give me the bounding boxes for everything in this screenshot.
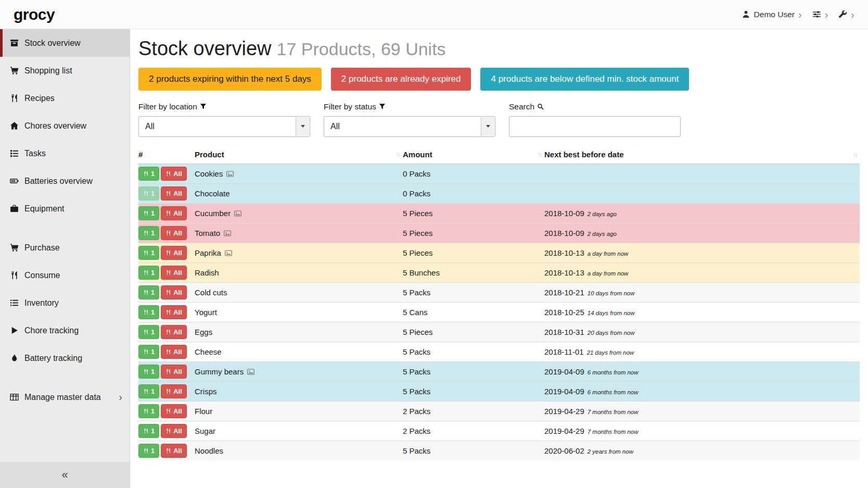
search-input[interactable] bbox=[509, 116, 681, 137]
app-logo[interactable]: grocy bbox=[14, 6, 55, 23]
sidebar-item-label: Stock overview bbox=[24, 39, 81, 48]
consume-one-button[interactable]: 1 bbox=[138, 325, 159, 339]
consume-one-button[interactable]: 1 bbox=[138, 246, 159, 260]
sidebar-item-tasks[interactable]: Tasks › bbox=[0, 140, 130, 167]
expired-alert-button[interactable]: 2 products are already expired bbox=[331, 68, 471, 91]
consume-one-button[interactable]: 1 bbox=[138, 365, 159, 379]
utensils-icon bbox=[143, 428, 149, 434]
sidebar-item-consume[interactable]: Consume › bbox=[0, 261, 130, 289]
consume-one-button[interactable]: 1 bbox=[138, 384, 159, 398]
stock-row: 1 All Gummy bears 5 Packs 2019-04-096 mo… bbox=[138, 361, 860, 381]
sidebar-item-shopping-list[interactable]: Shopping list › bbox=[0, 57, 130, 84]
utensils-icon bbox=[143, 329, 149, 335]
consume-one-button[interactable]: 1 bbox=[138, 345, 159, 359]
admin-menu[interactable]: › bbox=[838, 9, 854, 20]
sidebar-item-recipes[interactable]: Recipes › bbox=[0, 84, 130, 112]
best-before-date: 2018-10-13 bbox=[544, 268, 584, 277]
product-image-icon[interactable] bbox=[226, 170, 234, 178]
min-stock-alert-button[interactable]: 4 products are below defined min. stock … bbox=[480, 68, 689, 91]
consume-one-button[interactable]: 1 bbox=[138, 305, 159, 319]
sidebar-item-manage-master-data[interactable]: Manage master data › bbox=[0, 383, 130, 411]
sidebar-item-label: Chores overview bbox=[24, 121, 86, 131]
product-image-icon[interactable] bbox=[225, 249, 232, 257]
stock-row: 1 All Cookies 0 Packs bbox=[138, 164, 860, 183]
consume-all-button[interactable]: All bbox=[161, 206, 187, 220]
amount-cell: 5 Cans bbox=[403, 302, 544, 322]
consume-all-button[interactable]: All bbox=[161, 444, 187, 458]
user-menu[interactable]: Demo User › bbox=[742, 9, 802, 20]
consume-all-button[interactable]: All bbox=[161, 325, 187, 339]
sidebar-item-chore-tracking[interactable]: Chore tracking › bbox=[0, 317, 130, 344]
consume-all-button[interactable]: All bbox=[161, 167, 187, 181]
consume-one-button[interactable]: 1 bbox=[138, 404, 159, 418]
settings-menu[interactable]: › bbox=[812, 9, 828, 20]
consume-all-button[interactable]: All bbox=[161, 266, 187, 280]
sort-icon[interactable]: ↑↓ bbox=[396, 151, 400, 157]
sidebar-item-batteries-overview[interactable]: Batteries overview › bbox=[0, 167, 130, 195]
product-image-icon[interactable] bbox=[234, 210, 241, 217]
consume-all-button[interactable]: All bbox=[161, 345, 187, 359]
sidebar-item-battery-tracking[interactable]: Battery tracking › bbox=[0, 344, 130, 372]
col-header-num[interactable]: # bbox=[138, 145, 195, 164]
status-select[interactable]: All bbox=[324, 116, 495, 137]
sidebar-item-equipment[interactable]: Equipment › bbox=[0, 195, 130, 222]
consume-all-button[interactable]: All bbox=[161, 246, 187, 260]
tasks-icon bbox=[10, 149, 19, 158]
status-filter: Filter by status All bbox=[324, 102, 495, 137]
expiring-alert-button[interactable]: 2 products expiring within the next 5 da… bbox=[138, 68, 322, 91]
utensils-icon bbox=[165, 250, 171, 256]
amount-cell: 5 Packs bbox=[403, 361, 544, 381]
utensils-icon bbox=[143, 349, 149, 355]
col-header-amount[interactable]: Amount↑↓ bbox=[403, 145, 544, 164]
best-before-date: 2018-10-13 bbox=[544, 248, 584, 257]
consume-one-button[interactable]: 1 bbox=[138, 226, 159, 240]
sidebar-item-stock-overview[interactable]: Stock overview › bbox=[0, 29, 130, 57]
sort-icon[interactable]: ↑↓ bbox=[538, 151, 541, 157]
consume-all-button[interactable]: All bbox=[161, 186, 187, 201]
consume-one-button[interactable]: 1 bbox=[138, 206, 159, 220]
sidebar-item-label: Purchase bbox=[24, 243, 60, 253]
consume-all-button[interactable]: All bbox=[161, 424, 187, 438]
product-name: Flour bbox=[195, 407, 212, 416]
grid-icon bbox=[10, 393, 19, 402]
stock-row: 1 All Yogurt 5 Cans 2018-10-2514 days fr… bbox=[138, 302, 860, 322]
amount-cell: 0 Packs bbox=[403, 183, 544, 203]
utensils-icon bbox=[165, 191, 171, 196]
sidebar-collapse-button[interactable]: « bbox=[0, 462, 130, 488]
consume-all-button[interactable]: All bbox=[161, 384, 187, 398]
col-header-best-before[interactable]: Next best before date↑↓ bbox=[544, 145, 860, 164]
alerts-row: 2 products expiring within the next 5 da… bbox=[138, 68, 860, 91]
sidebar-item-chores-overview[interactable]: Chores overview › bbox=[0, 112, 130, 140]
battery-icon bbox=[10, 177, 19, 185]
amount-cell: 5 Packs bbox=[403, 282, 544, 302]
consume-one-button[interactable]: 1 bbox=[138, 444, 159, 458]
product-name: Eggs bbox=[195, 328, 212, 336]
product-name: Cookies bbox=[195, 169, 223, 178]
consume-one-button[interactable]: 1 bbox=[138, 186, 159, 201]
collapse-left-icon: « bbox=[61, 468, 68, 482]
sort-icon[interactable]: ↑↓ bbox=[853, 151, 857, 157]
utensils-icon bbox=[165, 349, 171, 355]
product-image-icon[interactable] bbox=[224, 230, 231, 237]
consume-all-button[interactable]: All bbox=[161, 365, 187, 379]
relative-time: 6 months from now bbox=[588, 369, 639, 376]
consume-one-button[interactable]: 1 bbox=[138, 424, 159, 438]
consume-one-button[interactable]: 1 bbox=[138, 285, 159, 299]
product-image-icon[interactable] bbox=[247, 368, 254, 376]
home-icon bbox=[10, 121, 19, 130]
consume-one-button[interactable]: 1 bbox=[138, 266, 159, 280]
col-header-product[interactable]: Product↑↓ bbox=[195, 145, 403, 164]
sidebar-item-inventory[interactable]: Inventory › bbox=[0, 289, 130, 317]
consume-one-button[interactable]: 1 bbox=[138, 167, 159, 181]
consume-all-button[interactable]: All bbox=[161, 305, 187, 319]
page-subtitle: 17 Products, 69 Units bbox=[277, 39, 446, 59]
stock-row: 1 All Cucumber 5 Pieces 2018-10-092 days… bbox=[138, 203, 860, 223]
consume-all-button[interactable]: All bbox=[161, 226, 187, 240]
sidebar-item-purchase[interactable]: Purchase › bbox=[0, 234, 130, 261]
location-select[interactable]: All bbox=[138, 116, 310, 137]
product-name: Tomato bbox=[195, 229, 220, 237]
consume-all-button[interactable]: All bbox=[161, 285, 187, 299]
consume-all-button[interactable]: All bbox=[161, 404, 187, 418]
utensils-icon bbox=[143, 191, 149, 196]
chevron-right-icon: › bbox=[119, 391, 122, 403]
